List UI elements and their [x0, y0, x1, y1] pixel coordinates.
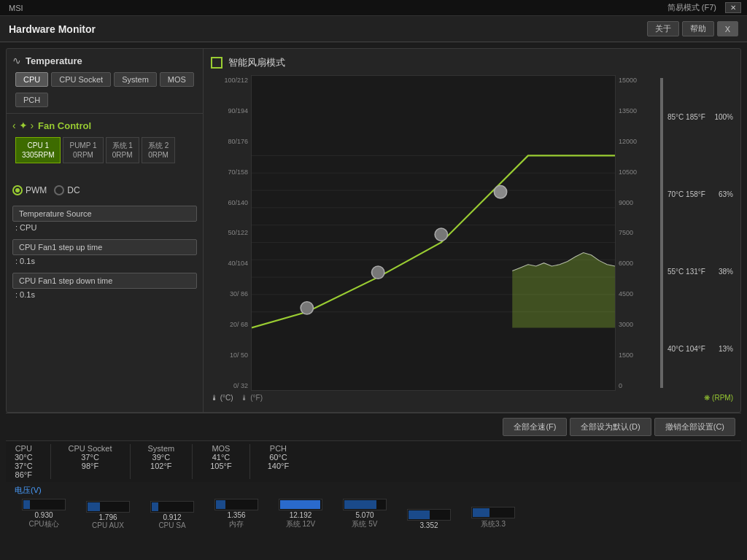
- pwm-dc-row: PWM DC: [12, 185, 197, 195]
- voltage-fill-sys33: [473, 508, 489, 517]
- rpm-label-5: 7500: [619, 229, 656, 236]
- status-bar: CPU 30°C 37°C 86°F CPU Socket 37°C 98°F …: [6, 440, 741, 482]
- bottom-buttons: 全部全速(F) 全部设为默认(D) 撤销全部设置(C): [6, 413, 741, 440]
- right-temp-controls: 85°C 185°F 100% 70°C 158°F 63% 55°C 131°…: [660, 75, 733, 391]
- voltage-cpu-aux: 1.796 CPU AUX: [79, 501, 137, 529]
- rpm-label-1: 13500: [619, 107, 656, 114]
- cancel-all-button[interactable]: 撤销全部设置(C): [654, 418, 735, 436]
- rpm-label-0: 15000: [619, 77, 656, 84]
- rpm-label-10: 0: [619, 382, 656, 389]
- temp-btn-system[interactable]: System: [114, 72, 157, 87]
- y-label-1: 90/194: [211, 107, 248, 114]
- y-label-7: 30/ 86: [211, 290, 248, 298]
- pwm-radio[interactable]: PWM: [12, 185, 47, 195]
- y-axis-temp-labels: 100/212 90/194 80/176 70/158 60/140 50/1…: [211, 75, 251, 391]
- close-button[interactable]: X: [717, 21, 738, 36]
- right-temp-4: 40°C 104°F: [667, 345, 705, 353]
- voltage-bars: 0.930 CPU核心 1.796 CPU AUX 0.912 CPU SA: [15, 499, 732, 529]
- chart-panel: 智能风扇模式 100/212 90/194 80/176 70/158 60/1…: [204, 49, 740, 412]
- voltage-extra1: 3.352: [400, 509, 458, 529]
- pwm-label: PWM: [26, 185, 47, 195]
- fan-tab-pump1-rpm: 0RPM: [69, 150, 96, 160]
- window-controls: 关于 帮助 X: [647, 21, 738, 36]
- fan-control-section: ‹ ✦ › Fan Control CPU 1 3305RPM PUMP 1 0…: [7, 114, 203, 412]
- voltage-lbl-cpu-sa: CPU SA: [158, 521, 185, 529]
- voltage-cpu-core: 0.930 CPU核心: [15, 499, 73, 529]
- voltage-fill-cpu-core: [23, 500, 30, 509]
- chart-with-yaxis: 100/212 90/194 80/176 70/158 60/140 50/1…: [211, 75, 656, 391]
- chart-canvas[interactable]: [251, 75, 616, 391]
- status-cpu-socket-c: 37°C: [81, 453, 99, 462]
- fan-tab-sys2[interactable]: 系统 2 0RPM: [142, 137, 175, 163]
- window-title: Hardware Monitor: [9, 23, 96, 35]
- fan-section-title: Fan Control: [38, 120, 91, 131]
- svg-marker-10: [512, 253, 615, 328]
- mode-label: 简易模式 (F7): [667, 2, 716, 13]
- top-close-button[interactable]: ✕: [725, 2, 741, 13]
- voltage-fill-extra1: [409, 510, 430, 519]
- set-default-button[interactable]: 全部设为默认(D): [570, 418, 651, 436]
- temp-unit-icons: 🌡 (°C) 🌡 (°F): [211, 394, 263, 402]
- divider-1: [50, 444, 51, 479]
- status-pch-label: PCH: [270, 444, 287, 453]
- status-system-label: System: [148, 444, 175, 453]
- voltage-val-cpu-sa: 0.912: [163, 513, 181, 521]
- status-system-f: 102°F: [150, 462, 171, 470]
- y-label-2: 80/176: [211, 138, 248, 145]
- status-mos: MOS 41°C 105°F: [210, 444, 231, 470]
- right-row-4: 40°C 104°F 13%: [667, 345, 733, 353]
- status-pch: PCH 60°C 140°F: [268, 444, 289, 470]
- status-cpu-label: CPU: [15, 444, 32, 453]
- temp-btn-cpu-socket[interactable]: CPU Socket: [51, 72, 111, 87]
- fan-tab-sys2-rpm: 0RPM: [148, 150, 169, 160]
- voltage-bar-extra1: [407, 509, 451, 521]
- slider-dot-3: [435, 228, 447, 241]
- y-label-9: 10/ 50: [211, 351, 248, 359]
- voltage-lbl-memory: 内存: [229, 519, 244, 529]
- about-button[interactable]: 关于: [647, 21, 679, 36]
- smart-fan-title: 智能风扇模式: [228, 56, 285, 69]
- app-title: MSI: [9, 4, 23, 12]
- fan-tab-pump1-name: PUMP 1: [69, 141, 96, 149]
- rpm-unit-icon: ❋ (RPM): [704, 394, 733, 402]
- y-label-3: 70/158: [211, 168, 248, 176]
- voltage-fill-sys5v: [344, 500, 376, 509]
- step-down-btn[interactable]: CPU Fan1 step down time: [12, 273, 197, 289]
- slider-dot-2: [372, 266, 384, 279]
- voltage-memory: 1.356 内存: [207, 499, 266, 529]
- temp-source-group: Temperature Source : CPU: [12, 206, 197, 232]
- right-temp-1: 85°C 185°F: [667, 113, 705, 121]
- fan-tab-sys1[interactable]: 系统 1 0RPM: [106, 137, 139, 163]
- temp-btn-mos[interactable]: MOS: [160, 72, 194, 87]
- dc-radio[interactable]: DC: [54, 185, 80, 195]
- fan-tab-pump1[interactable]: PUMP 1 0RPM: [63, 137, 103, 163]
- rpm-label-8: 3000: [619, 321, 656, 328]
- slider-dot-4: [494, 186, 506, 198]
- voltage-bar-cpu-core: [22, 499, 66, 510]
- temp-btn-cpu[interactable]: CPU: [15, 72, 48, 87]
- divider-2: [130, 444, 131, 479]
- help-button[interactable]: 帮助: [682, 21, 714, 36]
- fan-tabs: CPU 1 3305RPM PUMP 1 0RPM 系统 1 0RPM 系统: [15, 137, 197, 163]
- full-speed-button[interactable]: 全部全速(F): [503, 418, 567, 436]
- voltage-section: 电压(V) 0.930 CPU核心 1.796 CPU AUX: [6, 482, 741, 532]
- step-up-btn[interactable]: CPU Fan1 step up time: [12, 239, 197, 255]
- fan-header: ‹ ✦ › Fan Control: [12, 120, 197, 131]
- status-cpu-temp-c2: 37°C: [15, 462, 33, 470]
- top-panel: ∿ Temperature CPU CPU Socket System MOS …: [6, 48, 741, 413]
- pwm-radio-circle: [12, 185, 23, 195]
- fan-tab-cpu1[interactable]: CPU 1 3305RPM: [15, 137, 61, 163]
- y-label-4: 60/140: [211, 199, 248, 206]
- voltage-lbl-cpu-aux: CPU AUX: [92, 521, 124, 529]
- temp-buttons: CPU CPU Socket System MOS PCH: [15, 72, 197, 107]
- fahrenheit-icon: 🌡 (°F): [241, 394, 263, 402]
- right-row-1: 85°C 185°F 100%: [667, 113, 733, 121]
- voltage-bar-memory: [214, 499, 258, 510]
- temp-btn-pch[interactable]: PCH: [15, 93, 48, 107]
- voltage-fill-memory: [216, 500, 225, 509]
- temp-source-btn[interactable]: Temperature Source: [12, 206, 197, 222]
- y-axis-rpm-labels: 15000 13500 12000 10500 9000 7500 6000 4…: [616, 75, 656, 391]
- voltage-lbl-sys33: 系统3.3: [481, 519, 506, 529]
- fan-tab-sys2-name: 系统 2: [148, 141, 169, 149]
- status-pch-f: 140°F: [268, 462, 289, 470]
